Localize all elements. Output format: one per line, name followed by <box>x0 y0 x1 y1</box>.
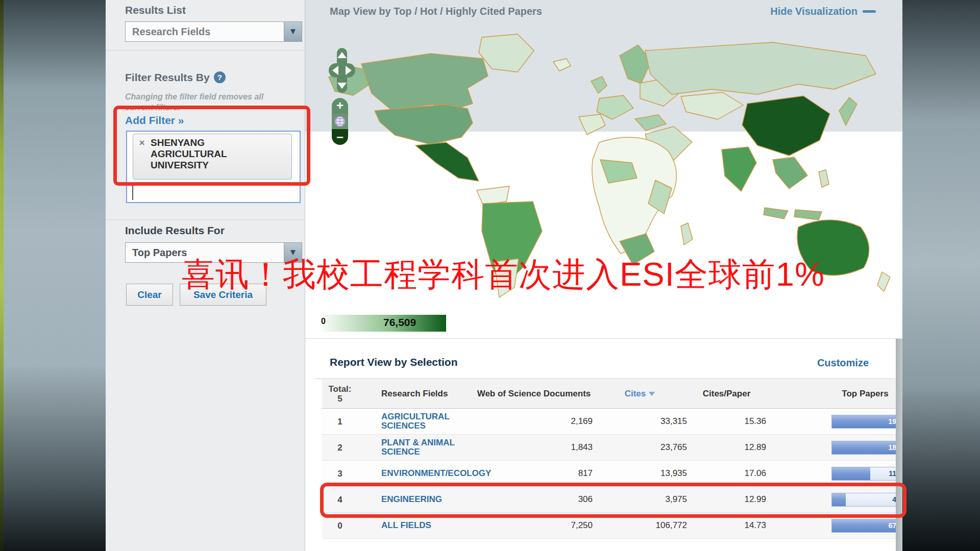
top-papers-value: 11 <box>889 469 896 478</box>
help-icon[interactable]: ? <box>214 71 226 83</box>
background-left-strip <box>0 0 106 551</box>
docs-cell: 7,250 <box>475 520 593 531</box>
rank-cell: 2 <box>322 443 358 453</box>
zoom-in-button[interactable]: + <box>332 98 348 114</box>
cites-cell: 33,315 <box>593 416 687 427</box>
sort-down-icon <box>649 392 655 396</box>
top-papers-value: 19 <box>888 417 896 425</box>
cites-per-paper-cell: 12.89 <box>687 442 766 453</box>
choropleth-scale: 0 76,509 <box>320 315 446 332</box>
hide-visualization-link[interactable]: Hide Visualization <box>770 6 876 17</box>
results-list-title: Results List <box>125 4 186 16</box>
cites-per-paper-cell: 17.06 <box>687 468 766 479</box>
research-fields-header: Research Fields <box>358 389 475 398</box>
field-link[interactable]: ALL FIELDS <box>358 521 475 530</box>
map-view-title: Map View by Top / Hot / Highly Cited Pap… <box>330 6 542 17</box>
divider <box>305 338 902 339</box>
clear-button[interactable]: Clear <box>126 284 173 306</box>
top-papers-header: Top Papers <box>831 389 899 399</box>
top-papers-bar: 67 <box>831 519 899 533</box>
top-papers-value: 18 <box>888 443 896 452</box>
top-papers-bar: 18 <box>831 441 899 455</box>
scrollbar[interactable] <box>896 339 902 551</box>
divider <box>106 219 305 220</box>
map-zoom-control: + − <box>332 98 348 145</box>
cites-per-paper-cell: 15.36 <box>687 416 766 427</box>
rank-cell: 0 <box>322 521 358 531</box>
rank-cell: 1 <box>322 417 358 427</box>
background-left-edge <box>0 0 4 551</box>
zoom-out-button[interactable]: − <box>332 129 348 145</box>
cites-per-paper-cell: 14.73 <box>687 520 766 531</box>
top-papers-bar: 19 <box>831 415 899 429</box>
map-pan-control[interactable] <box>328 47 356 94</box>
docs-cell: 1,843 <box>475 442 593 453</box>
annotation-box-add-filter <box>113 106 310 186</box>
divider <box>315 379 895 379</box>
text-cursor <box>132 184 133 200</box>
table-row: 2 PLANT & ANIMAL SCIENCE 1,843 23,765 12… <box>322 435 899 461</box>
divider <box>106 50 305 51</box>
customize-link[interactable]: Customize <box>817 357 869 369</box>
annotation-box-engineering-row <box>320 483 906 518</box>
background-right-strip <box>902 0 980 551</box>
cites-cell: 13,935 <box>593 468 687 479</box>
globe-icon[interactable] <box>332 114 348 130</box>
filter-results-title: Filter Results By? <box>125 71 226 84</box>
field-link[interactable]: PLANT & ANIMAL SCIENCE <box>358 438 475 457</box>
top-papers-value: 67 <box>888 521 896 530</box>
field-link[interactable]: ENVIRONMENT/ECOLOGY <box>358 469 475 478</box>
cites-per-paper-header: Cites/Paper <box>687 389 766 399</box>
minimize-icon <box>863 10 876 13</box>
field-link[interactable]: AGRICULTURAL SCIENCES <box>358 412 475 431</box>
report-view-title: Report View by Selection <box>330 356 458 368</box>
cites-cell: 106,772 <box>593 520 687 531</box>
wos-documents-header: Web of Science Documents <box>475 389 593 399</box>
docs-cell: 2,169 <box>475 416 593 427</box>
results-list-select-value: Research Fields <box>126 26 284 38</box>
chevron-down-icon[interactable]: ▼ <box>284 22 302 41</box>
rank-cell: 3 <box>322 469 358 479</box>
table-header-row: Total:5 Research Fields Web of Science D… <box>322 380 899 409</box>
scale-max-label: 76,509 <box>383 316 416 329</box>
table-row: 1 AGRICULTURAL SCIENCES 2,169 33,315 15.… <box>322 409 899 435</box>
scale-min-label: 0 <box>321 317 326 326</box>
top-papers-bar: 11 <box>831 467 899 481</box>
results-list-select[interactable]: Research Fields ▼ <box>125 21 302 42</box>
announcement-text: 喜讯！我校工程学科首次进入ESI全球前1% <box>182 252 825 297</box>
docs-cell: 817 <box>475 468 593 479</box>
cites-sort-header[interactable]: Cites <box>593 389 687 399</box>
esi-application-window: Results List Research Fields ▼ Filter Re… <box>0 0 980 551</box>
cites-cell: 23,765 <box>593 442 687 453</box>
total-header: Total:5 <box>322 384 358 404</box>
include-results-title: Include Results For <box>125 224 225 237</box>
